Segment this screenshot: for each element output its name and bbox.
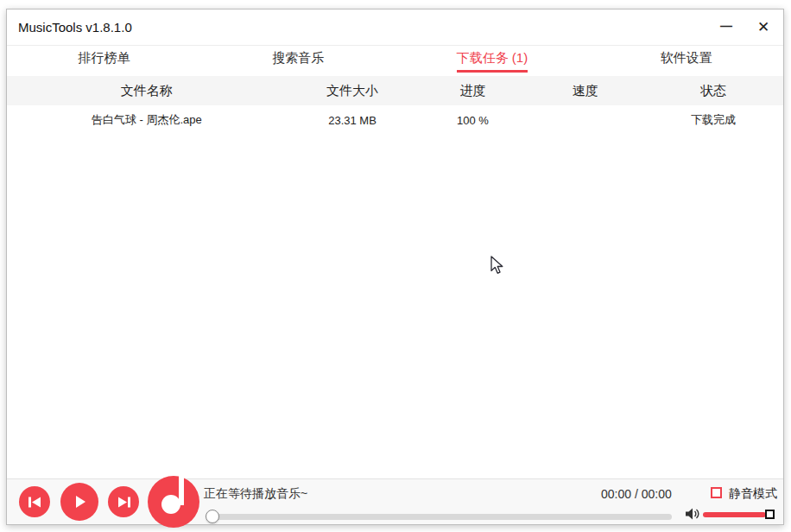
- volume-slider-thumb[interactable]: [765, 510, 775, 519]
- column-header-filesize: 文件大小: [287, 83, 419, 99]
- tab-label: 下载任务 (1): [457, 50, 528, 73]
- close-icon: ✕: [757, 18, 769, 36]
- mouse-cursor: [490, 256, 506, 280]
- tab-label: 排行榜单: [78, 50, 130, 73]
- tab-settings[interactable]: 软件设置: [589, 46, 783, 76]
- table-header: 文件名称 文件大小 进度 速度 状态: [7, 76, 783, 105]
- tab-rankings[interactable]: 排行榜单: [7, 46, 201, 76]
- seek-slider-thumb[interactable]: [206, 510, 219, 523]
- mute-checkbox[interactable]: [711, 487, 722, 498]
- tab-bar: 排行榜单 搜索音乐 下载任务 (1) 软件设置: [7, 46, 783, 76]
- row-filesize: 23.31 MB: [287, 114, 419, 127]
- column-header-speed: 速度: [527, 83, 643, 99]
- column-header-filename: 文件名称: [7, 83, 287, 99]
- column-header-progress: 进度: [418, 83, 527, 99]
- play-icon: [72, 494, 87, 510]
- tab-label: 搜索音乐: [272, 50, 324, 73]
- title-bar: MusicTools v1.8.1.0 — ✕: [7, 10, 783, 46]
- speaker-icon[interactable]: [686, 508, 700, 523]
- app-logo-button[interactable]: [148, 476, 199, 528]
- app-window: MusicTools v1.8.1.0 — ✕ 排行榜单 搜索音乐 下载任务 (…: [6, 9, 784, 525]
- row-progress: 100 %: [418, 114, 527, 127]
- next-track-button[interactable]: [108, 486, 139, 517]
- close-button[interactable]: ✕: [749, 13, 778, 42]
- tab-download-tasks[interactable]: 下载任务 (1): [396, 46, 590, 76]
- play-button[interactable]: [60, 483, 98, 521]
- minimize-button[interactable]: —: [712, 13, 741, 42]
- previous-track-button[interactable]: [19, 486, 50, 517]
- player-status-text: 正在等待播放音乐~: [204, 486, 307, 502]
- seek-slider[interactable]: [212, 514, 672, 520]
- minimize-icon: —: [720, 19, 732, 33]
- volume-slider[interactable]: [703, 512, 766, 517]
- skip-previous-icon: [28, 497, 41, 508]
- table-row[interactable]: 告白气球 - 周杰伦.ape 23.31 MB 100 % 下载完成: [7, 105, 783, 135]
- row-filename: 告白气球 - 周杰伦.ape: [7, 112, 287, 128]
- column-header-status: 状态: [643, 83, 783, 99]
- player-time: 00:00 / 00:00: [601, 487, 672, 501]
- player-bar: 正在等待播放音乐~ 00:00 / 00:00 静音模式: [7, 478, 783, 524]
- row-status: 下载完成: [643, 112, 783, 128]
- tab-label: 软件设置: [661, 50, 712, 73]
- tab-search-music[interactable]: 搜索音乐: [201, 46, 396, 76]
- window-title: MusicTools v1.8.1.0: [18, 20, 132, 35]
- skip-next-icon: [117, 497, 130, 508]
- music-note-icon: [161, 495, 180, 514]
- download-list: 告白气球 - 周杰伦.ape 23.31 MB 100 % 下载完成: [7, 105, 783, 479]
- mute-checkbox-label: 静音模式: [729, 486, 777, 502]
